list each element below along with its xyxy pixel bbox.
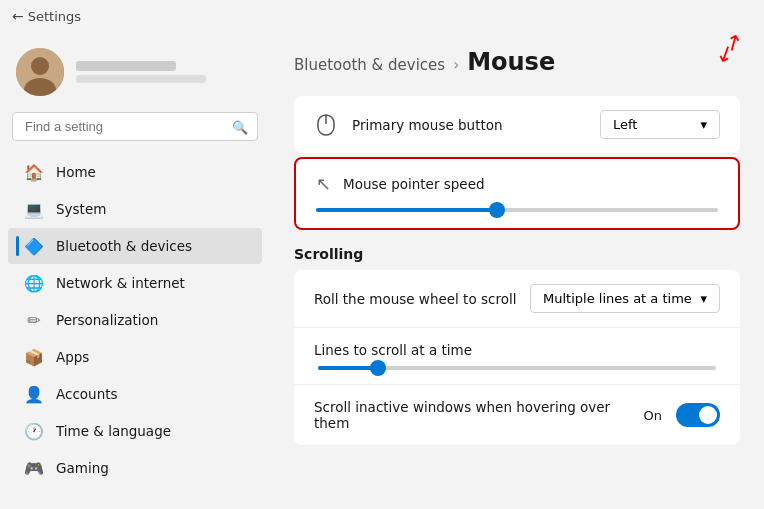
roll-scroll-control: Multiple lines at a time ▾ xyxy=(530,284,720,313)
sidebar-item-label-time: Time & language xyxy=(56,423,171,439)
user-section xyxy=(0,40,270,112)
cursor-icon: ↖ xyxy=(316,173,331,194)
scrolling-heading: Scrolling xyxy=(294,234,740,270)
avatar xyxy=(16,48,64,96)
scroll-inactive-label: Scroll inactive windows when hovering ov… xyxy=(314,399,644,431)
sidebar-item-label-gaming: Gaming xyxy=(56,460,109,476)
apps-nav-icon: 📦 xyxy=(24,347,44,367)
search-input[interactable] xyxy=(12,112,258,141)
page-header: Bluetooth & devices › Mouse xyxy=(294,48,740,76)
sidebar-item-label-apps: Apps xyxy=(56,349,89,365)
user-sub-blur xyxy=(76,75,206,83)
user-info xyxy=(76,61,206,83)
pointer-speed-slider-fill xyxy=(316,208,497,212)
primary-button-dropdown[interactable]: Left ▾ xyxy=(600,110,720,139)
primary-button-row: Primary mouse button Left ▾ xyxy=(294,96,740,153)
roll-scroll-dropdown-arrow: ▾ xyxy=(700,291,707,306)
primary-button-control: Left ▾ xyxy=(600,110,720,139)
avatar-image xyxy=(16,48,64,96)
sidebar-item-label-bluetooth: Bluetooth & devices xyxy=(56,238,192,254)
roll-scroll-value: Multiple lines at a time xyxy=(543,291,692,306)
lines-scroll-slider-thumb[interactable] xyxy=(370,360,386,376)
bluetooth-nav-icon: 🔷 xyxy=(24,236,44,256)
primary-button-dropdown-arrow: ▾ xyxy=(700,117,707,132)
primary-button-label: Primary mouse button xyxy=(352,117,600,133)
sidebar-nav: 🏠Home💻System🔷Bluetooth & devices🌐Network… xyxy=(0,153,270,487)
roll-scroll-row: Roll the mouse wheel to scroll Multiple … xyxy=(294,270,740,328)
primary-button-card: Primary mouse button Left ▾ xyxy=(294,96,740,153)
personalization-nav-icon: ✏️ xyxy=(24,310,44,330)
scroll-inactive-toggle[interactable] xyxy=(676,403,720,427)
user-name-blur xyxy=(76,61,176,71)
time-nav-icon: 🕐 xyxy=(24,421,44,441)
sidebar-item-network[interactable]: 🌐Network & internet xyxy=(8,265,262,301)
home-nav-icon: 🏠 xyxy=(24,162,44,182)
pointer-speed-label: Mouse pointer speed xyxy=(343,176,718,192)
sidebar-item-label-network: Network & internet xyxy=(56,275,185,291)
sidebar: 🔍 🏠Home💻System🔷Bluetooth & devices🌐Netwo… xyxy=(0,32,270,509)
breadcrumb: Bluetooth & devices xyxy=(294,56,445,74)
back-arrow-icon: ← xyxy=(12,8,24,24)
search-box: 🔍 xyxy=(12,112,258,141)
titlebar-label: Settings xyxy=(28,9,81,24)
sidebar-item-system[interactable]: 💻System xyxy=(8,191,262,227)
sidebar-item-label-home: Home xyxy=(56,164,96,180)
sidebar-item-label-accounts: Accounts xyxy=(56,386,118,402)
back-button[interactable]: ← Settings xyxy=(12,8,81,24)
scroll-inactive-control: On xyxy=(644,403,720,427)
sidebar-item-personalization[interactable]: ✏️Personalization xyxy=(8,302,262,338)
sidebar-item-label-personalization: Personalization xyxy=(56,312,158,328)
roll-scroll-dropdown[interactable]: Multiple lines at a time ▾ xyxy=(530,284,720,313)
breadcrumb-separator: › xyxy=(453,56,459,74)
lines-scroll-row: Lines to scroll at a time xyxy=(294,328,740,385)
sidebar-item-label-system: System xyxy=(56,201,106,217)
roll-scroll-label: Roll the mouse wheel to scroll xyxy=(314,291,530,307)
pointer-speed-label-row: ↖ Mouse pointer speed xyxy=(296,159,738,202)
sidebar-item-home[interactable]: 🏠Home xyxy=(8,154,262,190)
app-body: 🔍 🏠Home💻System🔷Bluetooth & devices🌐Netwo… xyxy=(0,32,764,509)
network-nav-icon: 🌐 xyxy=(24,273,44,293)
scroll-inactive-toggle-label: On xyxy=(644,408,662,423)
sidebar-item-accounts[interactable]: 👤Accounts xyxy=(8,376,262,412)
scroll-inactive-row: Scroll inactive windows when hovering ov… xyxy=(294,385,740,445)
mouse-icon xyxy=(314,113,338,137)
page-title: Mouse xyxy=(467,48,555,76)
pointer-speed-slider-track[interactable] xyxy=(316,208,718,212)
svg-point-1 xyxy=(31,57,49,75)
content-area: ↓ ↗ Bluetooth & devices › Mouse Primary … xyxy=(270,32,764,509)
primary-button-value: Left xyxy=(613,117,637,132)
gaming-nav-icon: 🎮 xyxy=(24,458,44,478)
lines-scroll-slider-track[interactable] xyxy=(318,366,716,370)
pointer-speed-slider-container xyxy=(296,202,738,228)
sidebar-item-bluetooth[interactable]: 🔷Bluetooth & devices xyxy=(8,228,262,264)
scrolling-card: Roll the mouse wheel to scroll Multiple … xyxy=(294,270,740,445)
search-icon: 🔍 xyxy=(232,119,248,134)
toggle-knob xyxy=(699,406,717,424)
pointer-speed-slider-thumb[interactable] xyxy=(489,202,505,218)
sidebar-item-apps[interactable]: 📦Apps xyxy=(8,339,262,375)
sidebar-item-time[interactable]: 🕐Time & language xyxy=(8,413,262,449)
pointer-speed-card: ↖ Mouse pointer speed xyxy=(294,157,740,230)
system-nav-icon: 💻 xyxy=(24,199,44,219)
lines-scroll-label: Lines to scroll at a time xyxy=(314,342,720,358)
sidebar-item-gaming[interactable]: 🎮Gaming xyxy=(8,450,262,486)
titlebar: ← Settings xyxy=(0,0,764,32)
accounts-nav-icon: 👤 xyxy=(24,384,44,404)
